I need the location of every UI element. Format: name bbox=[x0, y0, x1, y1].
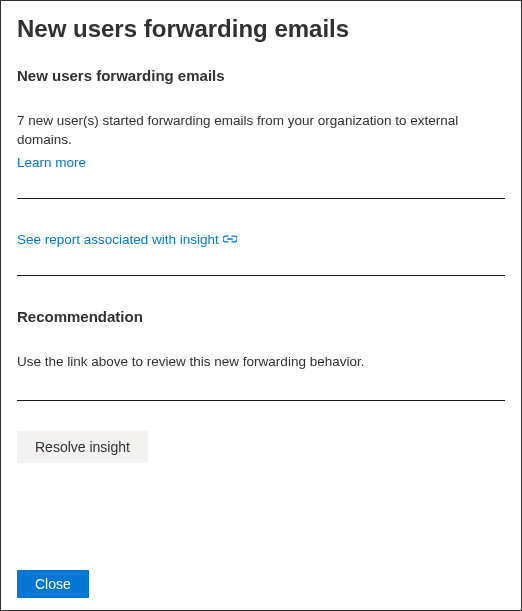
page-title: New users forwarding emails bbox=[17, 15, 505, 43]
divider bbox=[17, 198, 505, 199]
see-report-label: See report associated with insight bbox=[17, 232, 219, 247]
divider bbox=[17, 275, 505, 276]
recommendation-text: Use the link above to review this new fo… bbox=[17, 353, 505, 372]
insight-description: 7 new user(s) started forwarding emails … bbox=[17, 112, 505, 150]
recommendation-heading: Recommendation bbox=[17, 308, 505, 325]
divider bbox=[17, 400, 505, 401]
learn-more-link[interactable]: Learn more bbox=[17, 155, 86, 170]
link-icon bbox=[223, 233, 237, 245]
insight-heading: New users forwarding emails bbox=[17, 67, 505, 84]
close-button[interactable]: Close bbox=[17, 570, 89, 598]
resolve-insight-button[interactable]: Resolve insight bbox=[17, 431, 148, 463]
see-report-link[interactable]: See report associated with insight bbox=[17, 232, 237, 247]
